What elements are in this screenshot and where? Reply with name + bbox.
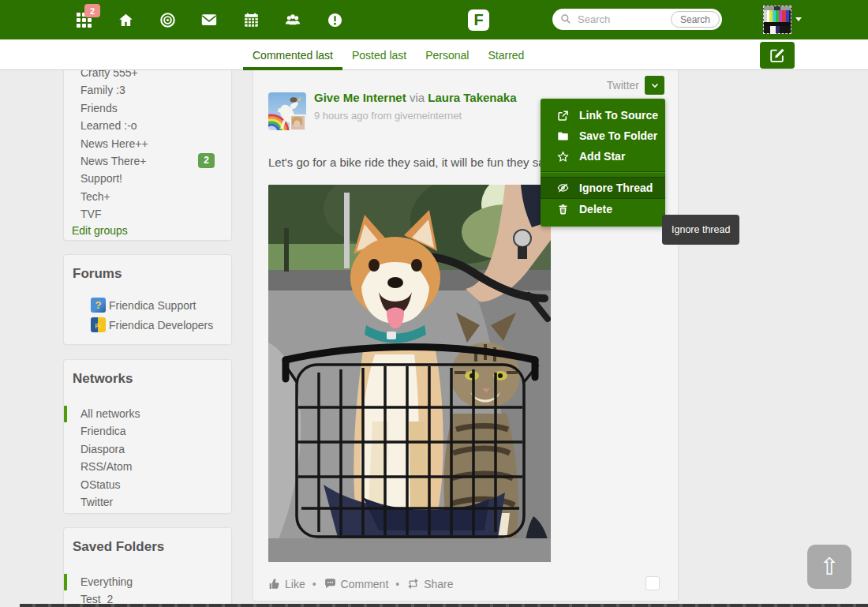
network-item-rss[interactable]: RSS/Atom — [64, 458, 231, 475]
group-item[interactable]: TVF — [64, 205, 231, 223]
networks-panel: Networks All networks Friendica Diaspora… — [63, 359, 232, 514]
group-item[interactable]: Learned :-o — [64, 117, 231, 134]
like-button[interactable]: Like — [268, 578, 305, 590]
ignore-thread-tooltip: Ignore thread — [662, 215, 739, 245]
group-item[interactable]: Family :3 — [64, 81, 231, 99]
bottom-edge-strip — [20, 604, 868, 607]
user-avatar[interactable] — [763, 6, 791, 34]
group-item[interactable]: News Here++ — [64, 135, 231, 152]
menu-item-link-to-source[interactable]: Link To Source — [541, 105, 665, 126]
separator-dot: • — [312, 578, 316, 590]
menu-item-ignore-thread[interactable]: Ignore Thread — [541, 177, 665, 199]
forum-avatar-icon: ? — [91, 298, 106, 313]
group-item[interactable]: Tech+ — [64, 188, 231, 205]
post-actions-dropdown-menu: Link To Source Save To Folder Add Star I… — [541, 99, 665, 227]
separator-dot: • — [395, 578, 399, 590]
retweet-share-icon — [406, 578, 420, 590]
trash-icon — [557, 204, 569, 215]
menu-divider — [541, 171, 665, 173]
menu-item-delete[interactable]: Delete — [541, 199, 665, 219]
search-box: Search — [552, 9, 722, 30]
friendica-logo[interactable]: F — [468, 9, 489, 31]
network-item-diaspora[interactable]: Diaspora — [64, 440, 231, 458]
post-action-bar: Like • Comment • Share — [268, 577, 454, 590]
group-item[interactable]: News There+ 2 — [64, 152, 231, 170]
folder-icon — [557, 130, 569, 142]
group-item[interactable]: Support! — [64, 170, 231, 187]
scroll-to-top-button[interactable]: ⇧ — [807, 545, 851, 589]
forum-item-friendica-developers[interactable]: py Friendica Developers — [64, 315, 231, 335]
network-item-ostatus[interactable]: OStatus — [64, 476, 231, 493]
saved-folders-title: Saved Folders — [64, 528, 231, 555]
post-select-checkbox[interactable] — [645, 576, 660, 590]
network-item-twitter[interactable]: Twitter — [64, 493, 231, 511]
events-calendar-icon[interactable] — [242, 11, 260, 28]
network-item-all[interactable]: All networks — [64, 405, 231, 422]
top-navbar: 2 F Search — [0, 0, 868, 39]
comment-button[interactable]: Comment — [324, 577, 389, 590]
network-item-friendica[interactable]: Friendica — [64, 422, 231, 440]
forum-avatar-icon: py — [91, 317, 106, 332]
saved-folders-panel: Saved Folders Everything Test_2 — [63, 527, 232, 607]
menu-item-save-to-folder[interactable]: Save To Folder — [541, 126, 665, 146]
thumbs-up-icon — [268, 578, 281, 590]
tab-personal[interactable]: Personal — [416, 39, 478, 70]
share-button[interactable]: Share — [406, 578, 453, 590]
apps-menu-button[interactable]: 2 — [75, 11, 92, 28]
pencil-square-icon — [769, 47, 786, 64]
network-bullseye-icon[interactable] — [159, 11, 176, 28]
post-author-avatar[interactable] — [268, 92, 306, 130]
post-author-line: Give Me Internet via Laura Takenaka — [314, 91, 517, 104]
group-item[interactable]: Friends — [64, 99, 231, 117]
post-author-name[interactable]: Give Me Internet — [314, 91, 406, 104]
up-arrow-icon: ⇧ — [819, 553, 839, 580]
groups-panel: Crafty 555+ Family :3 Friends Learned :-… — [63, 51, 232, 241]
via-label: via — [410, 91, 425, 104]
search-icon — [560, 13, 571, 24]
messages-envelope-icon[interactable] — [200, 11, 218, 28]
compose-post-button[interactable] — [760, 42, 795, 69]
home-icon[interactable] — [117, 11, 134, 28]
notification-count-badge: 2 — [84, 4, 100, 17]
user-menu-caret-icon[interactable] — [795, 17, 802, 21]
notifications-exclamation-icon[interactable] — [326, 11, 343, 28]
post-timestamp[interactable]: 9 hours ago from givemeinternet — [314, 110, 462, 122]
tab-commented-last[interactable]: Commented last — [243, 39, 342, 70]
forums-panel: Forums ? Friendica Support py Friendica … — [63, 254, 232, 345]
tab-starred[interactable]: Starred — [478, 39, 533, 70]
star-icon — [557, 151, 569, 163]
selected-indicator — [64, 574, 67, 590]
folder-item-everything[interactable]: Everything — [64, 573, 231, 590]
tab-posted-last[interactable]: Posted last — [342, 39, 416, 70]
feed-tabs: Commented last Posted last Personal Star… — [243, 39, 533, 70]
contacts-group-icon[interactable] — [284, 11, 301, 28]
networks-title: Networks — [64, 360, 231, 387]
post-owner-name[interactable]: Laura Takenaka — [428, 91, 516, 104]
edit-groups-link[interactable]: Edit groups — [72, 224, 231, 237]
post-network-label: Twitter — [607, 79, 639, 92]
comment-bubble-icon — [324, 577, 337, 590]
menu-item-add-star[interactable]: Add Star — [541, 146, 665, 167]
unread-count-badge: 2 — [198, 153, 215, 168]
post-photo-dog-cat-basket[interactable] — [268, 185, 551, 562]
selected-indicator — [64, 406, 67, 422]
external-link-icon — [557, 110, 569, 122]
feed-tabbar: Commented last Posted last Personal Star… — [0, 39, 868, 70]
forum-item-friendica-support[interactable]: ? Friendica Support — [64, 295, 231, 315]
post-menu-toggle-button[interactable] — [645, 76, 664, 95]
forums-title: Forums — [64, 255, 231, 282]
navbar-icon-group: 2 — [75, 0, 343, 39]
chevron-down-icon — [650, 81, 660, 90]
search-submit-button[interactable]: Search — [671, 11, 720, 28]
eye-slash-icon — [557, 182, 569, 194]
